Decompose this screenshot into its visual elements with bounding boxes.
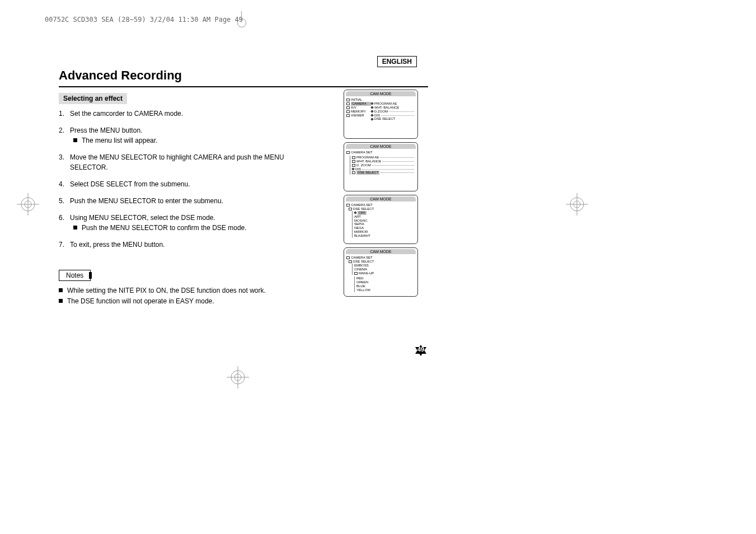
page-number: 49 (414, 346, 428, 353)
notes-heading: Notes (59, 270, 91, 281)
bullet-icon (59, 288, 63, 292)
step-2: 2. Press the MENU button. The menu list … (59, 125, 316, 146)
crop-mark-top-icon (236, 11, 247, 22)
step-number: 7. (59, 240, 70, 250)
crop-mark-bottom-icon (227, 366, 249, 388)
bullet-icon (59, 299, 63, 303)
step-text: Select DSE SELECT from the submenu. (70, 179, 316, 189)
language-label: ENGLISH (377, 56, 417, 67)
folder-icon (346, 99, 350, 101)
header-slug: 00752C SCD303 SEA (28~59) 3/2/04 11:30 A… (45, 16, 243, 24)
step-6: 6. Using MENU SELECTOR, select the DSE m… (59, 213, 316, 233)
step-number: 1. (59, 109, 70, 119)
page-number-badge: 49 (414, 344, 428, 357)
diamond-icon (351, 167, 355, 171)
lcd-screen-1: CAM MODE INITIAL CAMERAPROGRAM AE A/VWHT… (344, 90, 418, 139)
title-underline (59, 86, 428, 87)
step-text: Set the camcorder to CAMERA mode. (70, 109, 316, 119)
lcd-screen-4: CAM MODE CAMERA SET DSE SELECT EMBOSS CI… (344, 247, 418, 297)
diamond-icon (370, 106, 374, 109)
step-number: 2. (59, 125, 70, 146)
step-number: 6. (59, 213, 70, 233)
screen-title: CAM MODE (346, 91, 416, 96)
folder-icon (352, 156, 355, 159)
step-text: Using MENU SELECTOR, select the DSE mode… (70, 213, 316, 233)
diamond-icon (370, 110, 374, 113)
folder-icon (346, 106, 350, 109)
folder-icon (349, 260, 352, 263)
crop-mark-right-icon (566, 193, 588, 216)
bullet-icon (73, 226, 77, 229)
section-subtitle: Selecting an effect (59, 93, 127, 104)
step-text: Press the MENU button. The menu list wil… (70, 125, 316, 146)
step-number: 5. (59, 196, 70, 206)
folder-icon (352, 171, 355, 174)
step-1: 1. Set the camcorder to CAMERA mode. (59, 109, 316, 119)
folder-icon (352, 164, 355, 167)
folder-icon (346, 256, 350, 259)
step-4: 4. Select DSE SELECT from the submenu. (59, 179, 316, 189)
diamond-icon (370, 118, 374, 121)
page-title: Advanced Recording (59, 68, 428, 83)
steps-list: 1. Set the camcorder to CAMERA mode. 2. … (59, 109, 316, 250)
bullet-icon (73, 138, 77, 142)
folder-icon (349, 208, 352, 210)
step-text: To exit, press the MENU button. (70, 240, 316, 250)
crop-mark-left-icon (17, 193, 39, 216)
folder-icon (352, 160, 355, 163)
step-text: Move the MENU SELECTOR to highlight CAME… (70, 152, 316, 172)
folder-icon (346, 204, 350, 207)
folder-icon (346, 102, 350, 105)
substep: Push the MENU SELECTOR to confirm the DS… (73, 223, 316, 233)
step-5: 5. Push the MENU SELECTOR to enter the s… (59, 196, 316, 206)
folder-icon (346, 110, 350, 113)
screen-title: CAM MODE (346, 196, 416, 202)
folder-icon (346, 151, 350, 154)
step-3: 3. Move the MENU SELECTOR to highlight C… (59, 152, 316, 172)
lcd-screen-2: CAM MODE CAMERA SET PROGRAM AE WHT. BALA… (344, 142, 418, 191)
folder-icon (346, 114, 350, 117)
lcd-screens: CAM MODE INITIAL CAMERAPROGRAM AE A/VWHT… (344, 90, 418, 300)
diamond-icon (354, 211, 357, 214)
screen-title: CAM MODE (346, 144, 416, 149)
step-number: 4. (59, 179, 70, 189)
lcd-screen-3: CAM MODE CAMERA SET DSE SELECT OFF ART M… (344, 195, 418, 244)
screen-title: CAM MODE (346, 249, 416, 254)
folder-icon (354, 272, 358, 275)
step-text: Push the MENU SELECTOR to enter the subm… (70, 196, 316, 206)
substep: The menu list will appear. (73, 135, 316, 146)
step-7: 7. To exit, press the MENU button. (59, 240, 316, 250)
diamond-icon (370, 102, 374, 105)
diamond-icon (370, 114, 374, 117)
step-number: 3. (59, 152, 70, 172)
